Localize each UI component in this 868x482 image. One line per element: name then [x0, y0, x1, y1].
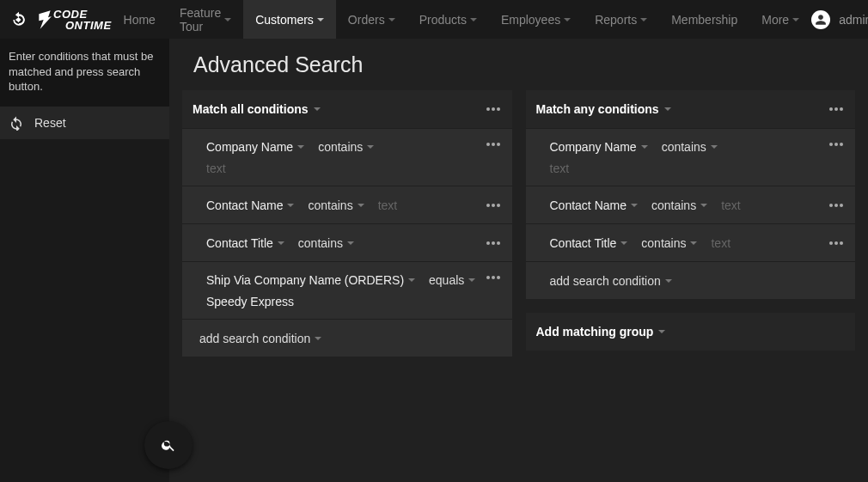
- svg-point-7: [492, 204, 495, 207]
- add-condition-button[interactable]: add search condition: [199, 332, 321, 345]
- svg-point-8: [497, 204, 500, 207]
- row-more-button[interactable]: [828, 241, 845, 245]
- nav-label: Products: [419, 13, 467, 27]
- panel-title[interactable]: Match all conditions: [193, 102, 321, 116]
- row-more-button[interactable]: [485, 143, 502, 146]
- more-horizontal-icon: [829, 143, 843, 146]
- svg-point-6: [486, 204, 490, 207]
- field-label: Contact Title: [206, 236, 273, 250]
- operator-selector[interactable]: contains: [662, 140, 718, 154]
- operator-selector[interactable]: equals: [429, 273, 475, 287]
- nav-membership[interactable]: Membership: [659, 0, 749, 39]
- user-name[interactable]: admin: [839, 13, 868, 27]
- field-label: Contact Name: [206, 198, 283, 212]
- value-input[interactable]: Speedy Express: [206, 295, 294, 308]
- nav-more[interactable]: More: [749, 0, 811, 39]
- nav-label: Orders: [348, 13, 385, 27]
- svg-point-21: [829, 204, 833, 207]
- chevron-down-icon: [470, 18, 477, 21]
- chevron-down-icon: [468, 278, 475, 282]
- nav-label: Feature Tour: [180, 6, 221, 34]
- nav-reports[interactable]: Reports: [583, 0, 659, 39]
- back-icon: [10, 11, 28, 28]
- more-horizontal-icon: [829, 107, 843, 111]
- chevron-down-icon: [664, 107, 671, 111]
- panel-title[interactable]: Match any conditions: [536, 102, 671, 116]
- topbar-right: admin: [811, 0, 868, 39]
- operator-selector[interactable]: contains: [651, 198, 707, 212]
- more-horizontal-icon: [486, 241, 500, 245]
- main: Enter conditions that must be matched an…: [0, 39, 868, 482]
- nav-employees[interactable]: Employees: [489, 0, 583, 39]
- field-selector[interactable]: Contact Title: [206, 236, 284, 250]
- search-fab[interactable]: [144, 421, 193, 469]
- svg-point-23: [840, 204, 843, 207]
- row-more-button[interactable]: [828, 143, 845, 146]
- nav-orders[interactable]: Orders: [336, 0, 407, 39]
- nav-label: More: [761, 13, 789, 27]
- panel-more-button[interactable]: [828, 107, 845, 111]
- more-horizontal-icon: [486, 276, 500, 279]
- field-label: Company Name: [206, 140, 293, 154]
- add-condition-label: add search condition: [199, 332, 310, 345]
- brand-text: CODE ONTIME: [53, 9, 112, 31]
- more-horizontal-icon: [486, 107, 500, 111]
- condition-row: Contact Name contains text: [526, 186, 856, 223]
- field-selector[interactable]: Ship Via Company Name (ORDERS): [206, 273, 415, 287]
- field-selector[interactable]: Company Name: [206, 140, 304, 154]
- value-input[interactable]: text: [550, 162, 570, 175]
- chevron-down-icon: [641, 145, 648, 149]
- row-more-button[interactable]: [485, 241, 502, 245]
- svg-point-3: [486, 143, 490, 146]
- chevron-down-icon: [792, 18, 799, 21]
- field-selector[interactable]: Contact Title: [550, 236, 628, 250]
- svg-point-10: [492, 241, 495, 245]
- topbar-left: CODE ONTIME: [0, 0, 112, 39]
- brand-logo[interactable]: CODE ONTIME: [38, 9, 112, 31]
- nav-customers[interactable]: Customers: [243, 0, 336, 39]
- operator-selector[interactable]: contains: [641, 236, 697, 250]
- field-selector[interactable]: Contact Name: [550, 198, 638, 212]
- operator-selector[interactable]: contains: [298, 236, 354, 250]
- more-horizontal-icon: [829, 241, 843, 245]
- nav-products[interactable]: Products: [407, 0, 489, 39]
- value-input[interactable]: text: [206, 162, 226, 175]
- nav-feature-tour[interactable]: Feature Tour: [168, 0, 243, 39]
- add-group-button[interactable]: Add matching group: [536, 325, 666, 339]
- panel-more-button[interactable]: [485, 107, 502, 111]
- svg-point-17: [840, 107, 843, 111]
- value-input[interactable]: text: [378, 198, 398, 212]
- top-nav: Home Feature Tour Customers Orders Produ…: [112, 0, 812, 39]
- operator-selector[interactable]: contains: [318, 140, 374, 154]
- value-input[interactable]: text: [721, 198, 741, 212]
- svg-point-1: [492, 107, 495, 111]
- content: Advanced Search Match all conditions: [169, 39, 868, 482]
- operator-label: contains: [641, 236, 686, 250]
- reset-button[interactable]: Reset: [0, 107, 169, 139]
- svg-point-11: [497, 241, 500, 245]
- nav-label: Reports: [595, 13, 637, 27]
- condition-row: Company Name contains text: [182, 128, 512, 186]
- logo-icon: [38, 9, 52, 31]
- field-selector[interactable]: Contact Name: [206, 198, 294, 212]
- chevron-down-icon: [388, 18, 395, 21]
- add-condition-button[interactable]: add search condition: [550, 274, 672, 288]
- nav-home[interactable]: Home: [112, 0, 168, 39]
- svg-point-2: [497, 107, 500, 111]
- chevron-down-icon: [367, 145, 374, 149]
- chevron-down-icon: [658, 330, 665, 333]
- back-button[interactable]: [5, 6, 33, 34]
- user-avatar[interactable]: [811, 10, 830, 29]
- condition-row: Company Name contains text: [526, 128, 856, 186]
- chevron-down-icon: [297, 145, 304, 149]
- panel-header: Match any conditions: [526, 90, 856, 128]
- operator-selector[interactable]: contains: [308, 198, 364, 212]
- condition-row: Ship Via Company Name (ORDERS) equals Sp…: [182, 261, 512, 319]
- field-selector[interactable]: Company Name: [550, 140, 648, 154]
- row-more-button[interactable]: [485, 276, 502, 279]
- more-horizontal-icon: [486, 143, 500, 146]
- row-more-button[interactable]: [828, 204, 845, 207]
- sidebar-hint: Enter conditions that must be matched an…: [0, 39, 169, 107]
- value-input[interactable]: text: [711, 236, 730, 250]
- row-more-button[interactable]: [485, 204, 502, 207]
